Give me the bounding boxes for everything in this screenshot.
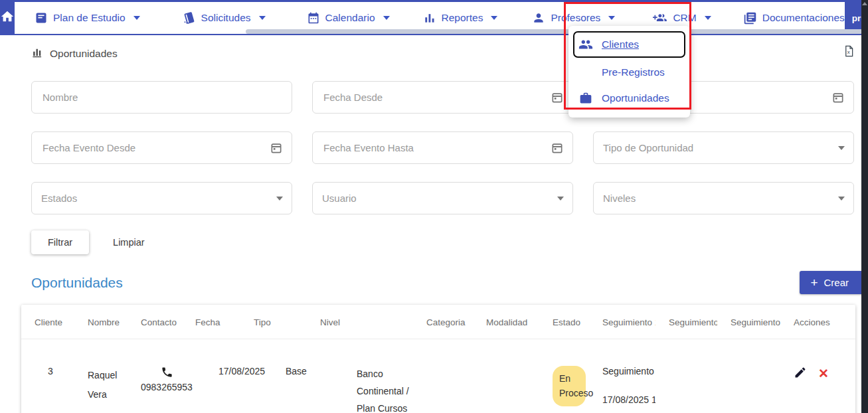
nivel-text: Banco Continental / Plan Cursos: [357, 366, 410, 413]
nav-item-label: CRM: [673, 12, 696, 24]
cell-cliente: 3: [21, 339, 74, 413]
cell-contacto: 0983265953: [128, 339, 182, 413]
nav-item-label: Reportes: [442, 12, 483, 24]
delete-x-icon[interactable]: ✕: [818, 367, 829, 380]
table-row: 3 Raquel Vera 0983265953 17/08/2025 Base…: [21, 339, 855, 413]
nav-item-label: Documentaciones: [762, 12, 845, 24]
fecha-evento-hasta-input[interactable]: [322, 141, 546, 154]
book-icon: [183, 11, 196, 25]
column-header: Seguimiento 1: [589, 305, 655, 339]
phone-icon: [161, 366, 182, 380]
dropdown-item-clientes[interactable]: Clientes: [573, 31, 685, 58]
phone-number: 0983265953: [141, 382, 182, 392]
chevron-down-icon: [259, 16, 266, 20]
nav-item-crm[interactable]: CRM: [651, 11, 711, 25]
person-icon: [532, 11, 545, 25]
edit-pencil-icon[interactable]: [794, 371, 810, 381]
chevron-down-icon: [838, 146, 845, 150]
select-label: Tipo de Oportunidad: [603, 142, 693, 153]
nombre-field[interactable]: [31, 81, 292, 114]
opportunities-section-header: Oportunidades + Crear: [31, 271, 854, 294]
dropdown-item-label: Clientes: [602, 39, 639, 50]
chevron-down-icon: [557, 197, 564, 201]
limpiar-button[interactable]: Limpiar: [109, 230, 149, 254]
select-label: Usuario: [322, 193, 357, 204]
dropdown-item-label: Oportunidades: [602, 92, 669, 104]
nav-item-profesores[interactable]: Profesores: [532, 11, 615, 25]
nav-item-calendario[interactable]: Calendario: [307, 11, 390, 25]
section-title: Oportunidades: [31, 275, 123, 291]
column-header: Seguimiento 2: [655, 305, 717, 339]
nombre-text: Raquel Vera: [88, 366, 126, 405]
nav-item-label: Solicitudes: [201, 12, 251, 24]
calendar-picker-icon[interactable]: [270, 141, 283, 155]
plus-icon: +: [810, 279, 818, 287]
estados-select[interactable]: Estados: [31, 182, 292, 214]
opportunities-table: Cliente Nombre Contacto Fecha Tipo Nivel…: [21, 305, 855, 413]
filter-form: Tipo de Oportunidad Estados Usuario Nive…: [31, 81, 854, 214]
calendar-icon: [307, 11, 320, 25]
horizontal-scrollbar-thumb[interactable]: [246, 29, 863, 34]
fecha-evento-desde-field[interactable]: [31, 131, 292, 164]
briefcase-icon: [578, 92, 593, 105]
seguimiento-label: Seguimiento: [602, 366, 655, 376]
column-header: Modalidad: [473, 305, 539, 339]
cell-seguimiento-3: [717, 339, 780, 413]
nav-item-label: Plan de Estudio: [53, 12, 126, 24]
nav-item-reportes[interactable]: Reportes: [423, 11, 498, 25]
usuario-select[interactable]: Usuario: [312, 182, 573, 214]
cell-seguimiento-2: [655, 339, 717, 413]
fecha-desde-input[interactable]: [322, 91, 546, 104]
cell-acciones: ✕: [780, 339, 855, 413]
cell-fecha: 17/08/2025: [182, 339, 240, 413]
home-icon: [0, 9, 15, 27]
nav-item-documentaciones[interactable]: Documentaciones: [743, 11, 845, 25]
tipo-oportunidad-select[interactable]: Tipo de Oportunidad: [593, 131, 854, 164]
chevron-down-icon: [133, 16, 140, 20]
people-icon: [578, 37, 593, 52]
opportunities-table-card: Cliente Nombre Contacto Fecha Tipo Nivel…: [21, 305, 855, 413]
scrollbar-up-arrow[interactable]: [862, 2, 867, 5]
person-add-icon: [651, 11, 667, 25]
nav-item-solicitudes[interactable]: Solicitudes: [183, 11, 266, 25]
crm-dropdown-menu: Clientes Pre-Registros Oportunidades: [568, 26, 690, 118]
cell-modalidad: [473, 339, 539, 413]
fecha-desde-field[interactable]: [312, 81, 573, 114]
dropdown-item-pre-registros[interactable]: Pre-Registros: [568, 60, 690, 84]
vertical-scrollbar[interactable]: [861, 0, 868, 413]
fecha-evento-desde-input[interactable]: [41, 141, 265, 154]
column-header: Contacto: [128, 305, 182, 339]
select-label: Estados: [41, 193, 77, 204]
nav-item-plan-de-estudio[interactable]: Plan de Estudio: [35, 11, 140, 25]
nombre-input[interactable]: [41, 91, 265, 104]
calendar-picker-icon[interactable]: [831, 91, 845, 104]
select-label: Niveles: [603, 193, 636, 204]
chevron-down-icon: [608, 16, 615, 20]
nav-item-label: Profesores: [551, 12, 600, 24]
bar-chart-icon: [423, 11, 436, 25]
column-header: Estado: [539, 305, 589, 339]
cell-nombre: Raquel Vera: [74, 339, 128, 413]
chevron-down-icon: [705, 16, 711, 20]
column-header: Acciones: [780, 305, 855, 339]
filter-actions: Filtrar Limpiar: [31, 230, 854, 254]
cell-categoria: [413, 339, 473, 413]
niveles-select[interactable]: Niveles: [593, 182, 854, 214]
dropdown-item-oportunidades[interactable]: Oportunidades: [568, 86, 690, 111]
nav-item-label: Calendario: [325, 12, 375, 24]
cell-estado: En Proceso: [539, 339, 589, 413]
fecha-evento-hasta-field[interactable]: [312, 131, 573, 164]
column-header: Tipo: [240, 305, 307, 339]
crear-button[interactable]: + Crear: [800, 271, 863, 294]
column-header: Cliente: [21, 305, 74, 339]
chart-icon: [31, 46, 44, 61]
breadcrumb: Oportunidades x: [31, 46, 854, 61]
chevron-down-icon: [383, 16, 390, 20]
calendar-picker-icon[interactable]: [551, 141, 564, 155]
calendar-picker-icon[interactable]: [551, 91, 564, 104]
home-button[interactable]: [0, 2, 15, 34]
filtrar-button[interactable]: Filtrar: [31, 230, 89, 254]
column-header: Nivel: [307, 305, 413, 339]
main-content: Oportunidades x: [0, 46, 868, 413]
excel-export-icon[interactable]: x: [843, 44, 855, 60]
